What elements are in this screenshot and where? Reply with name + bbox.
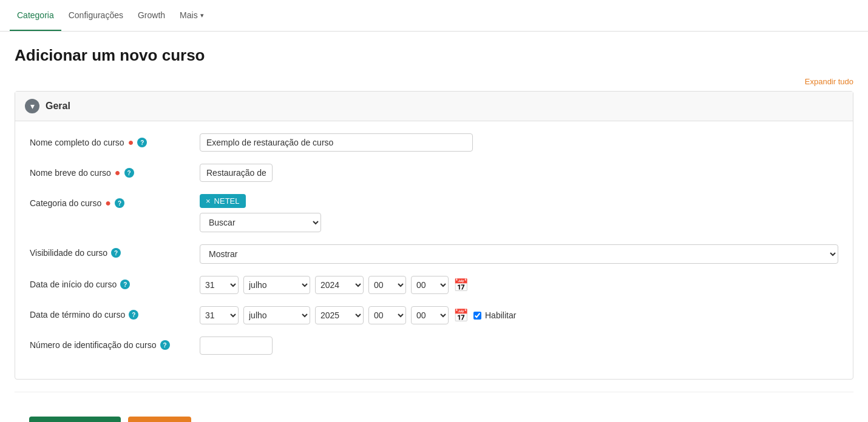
id-number-label: Número de identificação do curso: [30, 340, 157, 350]
section-header[interactable]: ▾ Geral: [15, 92, 853, 121]
end-date-row: 31 151015202530 janeirofevereiromarçoabr…: [200, 306, 838, 324]
nav-item-categoria[interactable]: Categoria: [10, 1, 61, 31]
help-icon-visibility[interactable]: ?: [111, 248, 121, 258]
nav-item-configuracoes[interactable]: Configurações: [61, 1, 131, 31]
field-end-date: Data de término do curso ? 31 1510152025…: [30, 306, 838, 324]
field-id-number: Número de identificação do curso ?: [30, 337, 838, 355]
end-month-select[interactable]: janeirofevereiromarçoabril maiojunhojulh…: [243, 306, 310, 324]
form-body: Nome completo do curso ● ? Nome breve do…: [15, 121, 853, 379]
start-date-row: 31 12345 678910 15202530 janeirofevereir…: [200, 276, 838, 294]
start-date-label: Data de início do curso: [30, 280, 117, 289]
required-icon-full-name: ●: [128, 137, 134, 148]
end-day-select[interactable]: 31 151015202530: [200, 306, 239, 324]
help-icon-end-date[interactable]: ?: [129, 310, 138, 320]
chevron-down-icon: ▾: [30, 101, 35, 111]
start-calendar-icon[interactable]: 📅: [453, 278, 469, 292]
end-year-select[interactable]: 2020202120222023 202420252026: [315, 306, 364, 324]
start-hour-select[interactable]: 000106121823: [368, 276, 406, 294]
field-category: Categoria do curso ● ? × NETEL Buscar: [30, 194, 838, 232]
required-icon-short-name: ●: [115, 167, 121, 178]
cancel-button[interactable]: Cancelar: [128, 417, 191, 422]
full-name-label: Nome completo do curso: [30, 138, 124, 147]
help-icon-short-name[interactable]: ?: [124, 168, 134, 178]
geral-section: ▾ Geral Nome completo do curso ● ? Nome …: [15, 91, 853, 380]
short-name-input[interactable]: [200, 164, 273, 182]
nav-item-growth[interactable]: Growth: [131, 1, 172, 31]
page-title: Adicionar um novo curso: [15, 46, 853, 65]
save-button[interactable]: Salvar e mostrar: [29, 417, 121, 422]
help-icon-id-number[interactable]: ?: [160, 340, 170, 350]
start-year-select[interactable]: 2020202120222023 20242025: [315, 276, 364, 294]
chevron-down-icon: ▾: [200, 12, 204, 19]
start-minute-select[interactable]: 00153045: [411, 276, 449, 294]
start-month-select[interactable]: janeirofevereiromarçoabril maiojunhojulh…: [243, 276, 310, 294]
tag-label: NETEL: [214, 196, 240, 206]
nav-bar: Categoria Configurações Growth Mais ▾: [0, 0, 868, 32]
start-day-select[interactable]: 31 12345 678910 15202530: [200, 276, 239, 294]
end-hour-select[interactable]: 000106121823: [368, 306, 406, 324]
category-search-select[interactable]: Buscar: [200, 213, 321, 232]
end-calendar-icon[interactable]: 📅: [453, 308, 469, 323]
page-content: Adicionar um novo curso Expandir tudo ▾ …: [0, 32, 868, 422]
tag-close-icon[interactable]: ×: [206, 196, 211, 206]
enable-end-date-checkbox[interactable]: [473, 312, 481, 320]
required-icon-category: ●: [105, 198, 111, 209]
visibility-select[interactable]: Mostrar Ocultar: [200, 244, 838, 264]
field-start-date: Data de início do curso ? 31 12345 67891…: [30, 276, 838, 294]
section-toggle-button[interactable]: ▾: [25, 99, 39, 113]
help-icon-full-name[interactable]: ?: [137, 138, 147, 147]
end-minute-select[interactable]: 00153045: [411, 306, 449, 324]
expand-all-link[interactable]: Expandir tudo: [805, 77, 853, 86]
visibility-label: Visibilidade do curso: [30, 248, 107, 258]
category-tag-netel: × NETEL: [200, 194, 246, 208]
nav-item-mais[interactable]: Mais ▾: [172, 1, 211, 31]
short-name-label: Nome breve do curso: [30, 168, 111, 178]
field-full-name: Nome completo do curso ● ?: [30, 133, 838, 152]
field-short-name: Nome breve do curso ● ?: [30, 164, 838, 182]
section-title: Geral: [46, 101, 70, 112]
id-number-input[interactable]: [200, 337, 273, 355]
enable-end-date-label: Habilitar: [473, 310, 516, 320]
full-name-input[interactable]: [200, 133, 473, 152]
field-visibility: Visibilidade do curso ? Mostrar Ocultar: [30, 244, 838, 264]
help-icon-start-date[interactable]: ?: [120, 280, 130, 289]
enable-end-date-text: Habilitar: [485, 310, 516, 320]
category-label: Categoria do curso: [30, 198, 101, 208]
help-icon-category[interactable]: ?: [115, 198, 124, 208]
end-date-label: Data de término do curso: [30, 310, 125, 320]
form-divider: [15, 392, 853, 392]
button-row: Salvar e mostrar Cancelar: [15, 404, 853, 422]
